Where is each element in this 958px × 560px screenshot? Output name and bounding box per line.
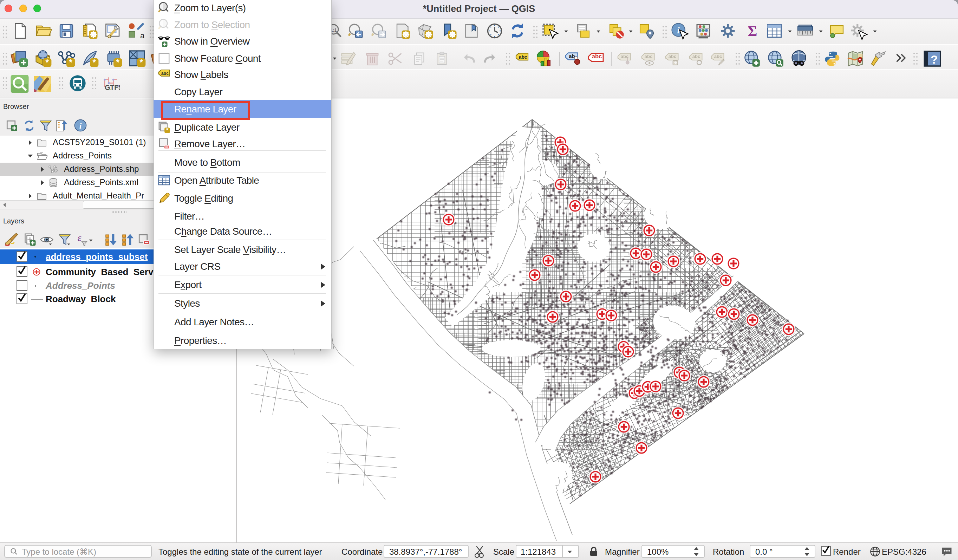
svg-text:ab: ab [569, 53, 575, 59]
svg-text:abc: abc [692, 54, 700, 59]
svg-text:i: i [79, 121, 82, 130]
svg-text:GTFS: GTFS [105, 84, 120, 91]
svg-text:*: * [92, 58, 96, 67]
svg-text:?: ? [931, 53, 937, 66]
svg-text:*: * [166, 127, 169, 134]
svg-text:abc: abc [669, 54, 676, 59]
svg-text:abc: abc [592, 53, 602, 59]
svg-text:abc: abc [519, 54, 527, 60]
svg-text:*: * [140, 58, 143, 67]
svg-text:abc: abc [714, 54, 722, 59]
svg-text:*: * [69, 58, 72, 67]
svg-text:ε: ε [78, 233, 81, 243]
svg-text:abc: abc [161, 71, 169, 76]
svg-text:Σ: Σ [748, 23, 757, 39]
svg-text:*: * [45, 58, 49, 67]
svg-text:a: a [140, 31, 144, 39]
svg-text:abc: abc [645, 54, 652, 59]
svg-text:*: * [116, 58, 119, 67]
